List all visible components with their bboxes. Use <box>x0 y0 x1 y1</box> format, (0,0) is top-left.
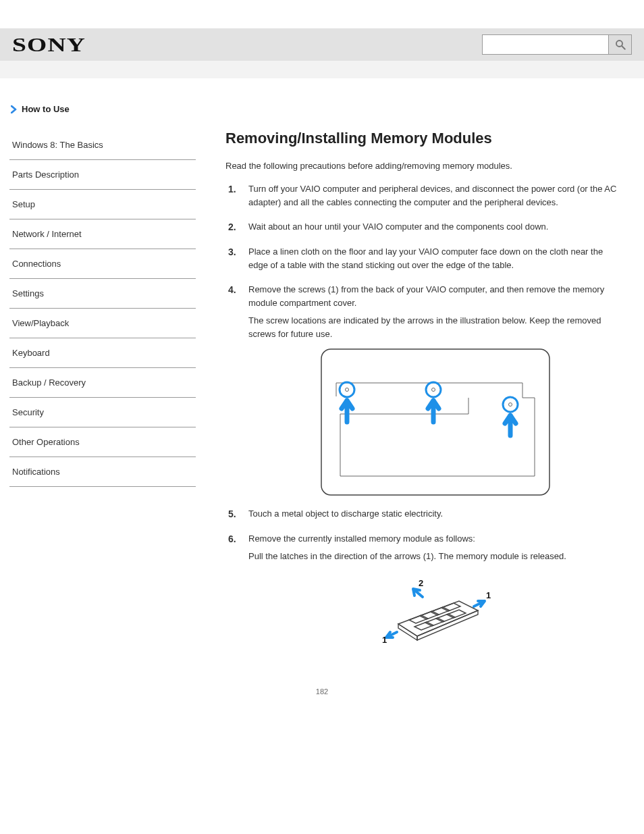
svg-point-6 <box>432 388 435 392</box>
sidebar: How to Use Windows 8: The Basics Parts D… <box>9 92 208 655</box>
svg-point-7 <box>503 397 518 412</box>
svg-line-1 <box>622 46 625 49</box>
intro-text: Read the following precautions before ad… <box>225 159 622 173</box>
step-1: Turn off your VAIO computer and peripher… <box>225 182 622 209</box>
sidebar-item: Network / Internet <box>9 219 196 249</box>
sidebar-link-settings[interactable]: Settings <box>9 279 196 308</box>
step-4: Remove the screws (1) from the back of y… <box>225 283 622 497</box>
sidebar-link-network[interactable]: Network / Internet <box>9 219 196 249</box>
figure-screw-locations <box>320 348 551 496</box>
sidebar-link-keyboard[interactable]: Keyboard <box>9 338 196 367</box>
figure-memory-module: 1 1 2 <box>378 570 493 644</box>
steps-list: Turn off your VAIO computer and peripher… <box>225 182 622 644</box>
sidebar-item: Security <box>9 398 196 427</box>
svg-text:1: 1 <box>486 590 491 600</box>
content-area: How to Use Windows 8: The Basics Parts D… <box>0 78 644 655</box>
step-6-text: Remove the currently installed memory mo… <box>248 533 475 544</box>
sidebar-item: View/Playback <box>9 309 196 338</box>
step-3: Place a linen cloth on the floor and lay… <box>225 245 622 272</box>
how-to-use-heading: How to Use <box>11 104 196 114</box>
step-4-text: Remove the screws (1) from the back of y… <box>248 284 604 308</box>
svg-point-3 <box>340 382 354 397</box>
svg-point-8 <box>509 403 512 407</box>
sidebar-link-security[interactable]: Security <box>9 398 196 427</box>
search-icon <box>614 38 626 51</box>
sidebar-link-setup[interactable]: Setup <box>9 190 196 219</box>
sidebar-item: Connections <box>9 249 196 279</box>
sidebar-item: Keyboard <box>9 338 196 368</box>
sidebar-item: Settings <box>9 279 196 309</box>
step-1-text: Turn off your VAIO computer and peripher… <box>248 184 616 207</box>
sidebar-link-other[interactable]: Other Operations <box>9 427 196 457</box>
page-title: Removing/Installing Memory Modules <box>225 130 622 147</box>
sidebar-item: Windows 8: The Basics <box>9 130 196 160</box>
search-box <box>482 34 632 55</box>
step-4-sub: The screw locations are indicated by the… <box>248 314 622 341</box>
sidebar-nav: Windows 8: The Basics Parts Description … <box>9 130 196 487</box>
svg-text:2: 2 <box>419 578 423 588</box>
sidebar-link-connections[interactable]: Connections <box>9 249 196 278</box>
sidebar-link-view[interactable]: View/Playback <box>9 309 196 338</box>
step-3-text: Place a linen cloth on the floor and lay… <box>248 246 603 270</box>
sidebar-item: Notifications <box>9 457 196 487</box>
sidebar-link-parts[interactable]: Parts Description <box>9 160 196 189</box>
sidebar-item: Setup <box>9 190 196 219</box>
sidebar-link-notifications[interactable]: Notifications <box>9 457 196 486</box>
search-button[interactable] <box>609 34 632 55</box>
svg-text:1: 1 <box>382 635 387 644</box>
how-to-use-label: How to Use <box>22 104 70 114</box>
brand-logo: SONY <box>12 33 86 56</box>
page-number: 182 <box>0 687 644 709</box>
step-2: Wait about an hour until your VAIO compu… <box>225 220 622 234</box>
svg-point-4 <box>346 388 349 392</box>
step-6-sub: Pull the latches in the direction of the… <box>248 550 622 563</box>
step-2-text: Wait about an hour until your VAIO compu… <box>248 221 548 232</box>
chevron-right-icon <box>11 105 18 113</box>
step-5: Touch a metal object to discharge static… <box>225 507 622 521</box>
svg-point-5 <box>426 382 441 397</box>
main-content: Removing/Installing Memory Modules Read … <box>208 92 635 655</box>
sidebar-item: Backup / Recovery <box>9 368 196 398</box>
breadcrumb <box>225 100 622 111</box>
sidebar-link-backup[interactable]: Backup / Recovery <box>9 368 196 397</box>
search-input[interactable] <box>482 34 609 55</box>
sub-bar <box>0 61 644 78</box>
top-bar: SONY <box>0 28 644 61</box>
sidebar-link-windows8[interactable]: Windows 8: The Basics <box>9 130 196 159</box>
sidebar-item: Other Operations <box>9 427 196 457</box>
step-5-text: Touch a metal object to discharge static… <box>248 509 443 519</box>
step-6: Remove the currently installed memory mo… <box>225 532 622 644</box>
sidebar-item: Parts Description <box>9 160 196 190</box>
